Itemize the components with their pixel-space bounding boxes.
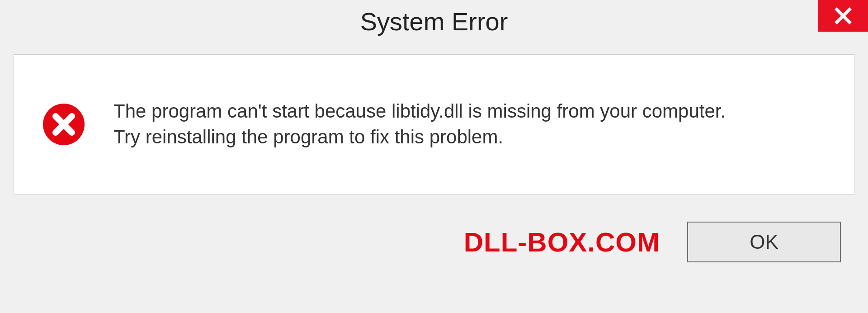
watermark-text: DLL-BOX.COM — [464, 227, 660, 258]
window-title: System Error — [360, 7, 508, 36]
error-message: The program can't start because libtidy.… — [113, 99, 726, 150]
error-icon — [41, 102, 86, 147]
error-message-line1: The program can't start because libtidy.… — [113, 99, 726, 124]
ok-button[interactable]: OK — [687, 222, 841, 262]
footer: DLL-BOX.COM OK — [0, 222, 868, 262]
close-button[interactable] — [818, 0, 868, 32]
titlebar: System Error — [0, 0, 868, 45]
error-message-line2: Try reinstalling the program to fix this… — [113, 124, 726, 150]
message-panel: The program can't start because libtidy.… — [14, 54, 854, 194]
close-icon — [834, 7, 852, 25]
